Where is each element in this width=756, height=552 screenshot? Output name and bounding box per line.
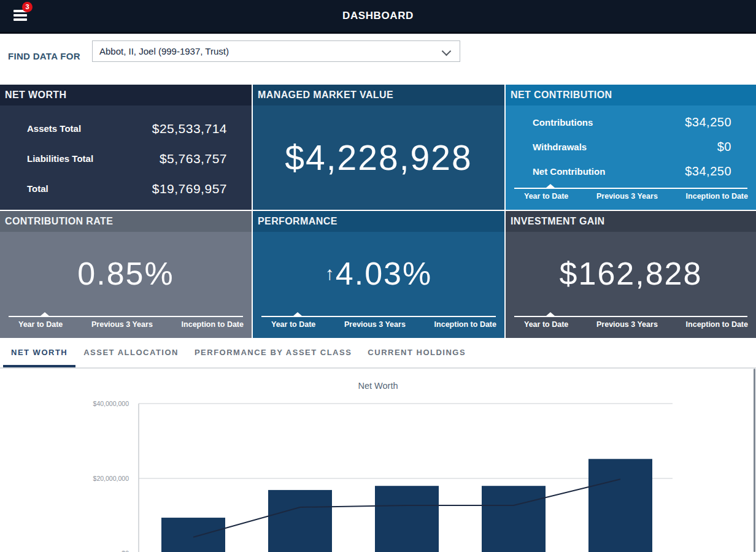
period-selector-indicator-icon — [293, 312, 302, 316]
account-select[interactable]: Abbot, II, Joel (999-1937, Trust) — [92, 40, 460, 62]
chart-title: Net Worth — [0, 381, 756, 391]
net-worth-bar — [482, 486, 546, 552]
tile-performance-title: PERFORMANCE — [253, 211, 504, 232]
period-selector: Year to Date Previous 3 Years Inception … — [506, 188, 756, 210]
tab-current-holdings[interactable]: CURRENT HOLDINGS — [360, 338, 474, 367]
section-tab-bar: NET WORTH ASSET ALLOCATION PERFORMANCE B… — [0, 338, 756, 369]
tile-contribution-rate-title: CONTRIBUTION RATE — [0, 211, 252, 232]
period-selector-track — [514, 188, 747, 189]
row-label: Withdrawals — [533, 142, 587, 152]
row-label: Assets Total — [27, 123, 81, 134]
account-select-value: Abbot, II, Joel (999-1937, Trust) — [99, 46, 229, 56]
period-tab-year-to-date[interactable]: Year to Date — [524, 320, 568, 329]
finder-row: FIND DATA FOR Abbot, II, Joel (999-1937,… — [0, 34, 756, 85]
row-value: $19,769,957 — [152, 182, 227, 196]
net-worth-bar — [588, 459, 652, 552]
period-tab-previous-3-years[interactable]: Previous 3 Years — [91, 320, 153, 329]
period-tab-previous-3-years[interactable]: Previous 3 Years — [596, 320, 658, 329]
period-selector: Year to Date Previous 3 Years Inception … — [253, 316, 504, 338]
tile-net-worth-body: Assets Total $25,533,714 Liabilities Tot… — [0, 105, 252, 210]
net-worth-bar — [268, 490, 332, 552]
tab-net-worth[interactable]: NET WORTH — [3, 338, 75, 367]
tile-contribution-rate: CONTRIBUTION RATE 0.85% Year to Date Pre… — [0, 211, 252, 338]
period-selector-track — [261, 316, 496, 317]
managed-market-value-amount: $4,228,928 — [253, 105, 504, 210]
row-value: $0 — [717, 140, 731, 154]
net-worth-row-assets: Assets Total $25,533,714 — [27, 113, 227, 144]
page-title: DASHBOARD — [0, 0, 756, 32]
tile-contribution-rate-body: 0.85% Year to Date Previous 3 Years Ince… — [0, 232, 252, 338]
tile-managed-market-value: MANAGED MARKET VALUE $4,228,928 — [253, 85, 504, 210]
period-selector-track — [9, 316, 243, 317]
row-label: Liabilities Total — [27, 153, 93, 164]
tile-net-worth-title: NET WORTH — [0, 85, 252, 105]
tab-asset-allocation[interactable]: ASSET ALLOCATION — [75, 338, 187, 367]
contribution-rate-value: 0.85% — [0, 232, 252, 315]
period-selector-indicator-icon — [546, 312, 555, 316]
performance-percent: 4.03% — [336, 255, 432, 292]
period-selector-track — [514, 316, 747, 317]
y-axis-tick-label: $20,000,000 — [93, 475, 129, 482]
net-worth-bar — [375, 486, 439, 552]
net-contribution-row-net: Net Contribution $34,250 — [533, 159, 731, 183]
tile-performance-body: ↑ 4.03% Year to Date Previous 3 Years In… — [253, 232, 504, 338]
performance-value: ↑ 4.03% — [253, 232, 504, 315]
row-label: Net Contribution — [533, 166, 605, 177]
chevron-down-icon — [442, 47, 452, 56]
tab-performance-by-asset-class[interactable]: PERFORMANCE BY ASSET CLASS — [187, 338, 360, 367]
net-contribution-row-withdrawals: Withdrawals $0 — [533, 134, 731, 159]
row-value: $34,250 — [685, 115, 731, 129]
period-tab-year-to-date[interactable]: Year to Date — [18, 320, 63, 329]
tile-investment-gain: INVESTMENT GAIN $162,828 Year to Date Pr… — [506, 211, 756, 338]
period-tab-previous-3-years[interactable]: Previous 3 Years — [596, 192, 658, 201]
period-selector-indicator-icon — [546, 184, 555, 188]
tile-investment-gain-body: $162,828 Year to Date Previous 3 Years I… — [506, 232, 756, 338]
period-selector-indicator-icon — [40, 312, 49, 316]
find-data-for-label: FIND DATA FOR — [8, 50, 80, 63]
net-contribution-row-contributions: Contributions $34,250 — [533, 110, 731, 134]
y-axis-tick-label: $0 — [122, 550, 129, 552]
summary-tiles: NET WORTH Assets Total $25,533,714 Liabi… — [0, 85, 756, 338]
row-value: $25,533,714 — [152, 121, 227, 136]
tile-net-contribution-title: NET CONTRIBUTION — [506, 85, 756, 105]
net-worth-bar — [161, 518, 225, 552]
row-label: Total — [27, 183, 48, 194]
period-tab-previous-3-years[interactable]: Previous 3 Years — [344, 320, 406, 329]
row-label: Contributions — [533, 117, 593, 128]
period-selector: Year to Date Previous 3 Years Inception … — [0, 316, 252, 338]
tile-net-worth: NET WORTH Assets Total $25,533,714 Liabi… — [0, 85, 252, 210]
tile-managed-market-value-body: $4,228,928 — [253, 105, 504, 210]
period-tab-inception-to-date[interactable]: Inception to Date — [686, 192, 748, 201]
net-worth-row-liabilities: Liabilities Total $5,763,757 — [27, 144, 227, 174]
period-selector: Year to Date Previous 3 Years Inception … — [506, 316, 756, 338]
row-value: $5,763,757 — [160, 151, 227, 166]
vertical-scrollbar[interactable] — [754, 369, 755, 552]
net-worth-chart-section: $40,000,000$20,000,000$0 Net Worth — [0, 369, 756, 552]
net-worth-row-total: Total $19,769,957 — [27, 174, 227, 204]
top-app-bar: 3 DASHBOARD — [0, 0, 756, 34]
tile-net-contribution: NET CONTRIBUTION Contributions $34,250 W… — [506, 85, 756, 210]
net-worth-chart-svg: $40,000,000$20,000,000$0 — [0, 369, 756, 552]
investment-gain-value: $162,828 — [506, 232, 756, 315]
period-tab-year-to-date[interactable]: Year to Date — [524, 192, 568, 201]
period-tab-inception-to-date[interactable]: Inception to Date — [686, 320, 748, 329]
row-value: $34,250 — [685, 164, 731, 178]
tile-investment-gain-title: INVESTMENT GAIN — [506, 211, 756, 232]
tile-net-contribution-body: Contributions $34,250 Withdrawals $0 Net… — [506, 105, 756, 210]
tile-performance: PERFORMANCE ↑ 4.03% Year to Date Previou… — [253, 211, 504, 338]
period-tab-inception-to-date[interactable]: Inception to Date — [182, 320, 244, 329]
period-tab-inception-to-date[interactable]: Inception to Date — [434, 320, 496, 329]
up-arrow-icon: ↑ — [325, 263, 334, 284]
y-axis-tick-label: $40,000,000 — [93, 400, 129, 407]
tile-managed-market-value-title: MANAGED MARKET VALUE — [253, 85, 504, 105]
period-tab-year-to-date[interactable]: Year to Date — [271, 320, 315, 329]
